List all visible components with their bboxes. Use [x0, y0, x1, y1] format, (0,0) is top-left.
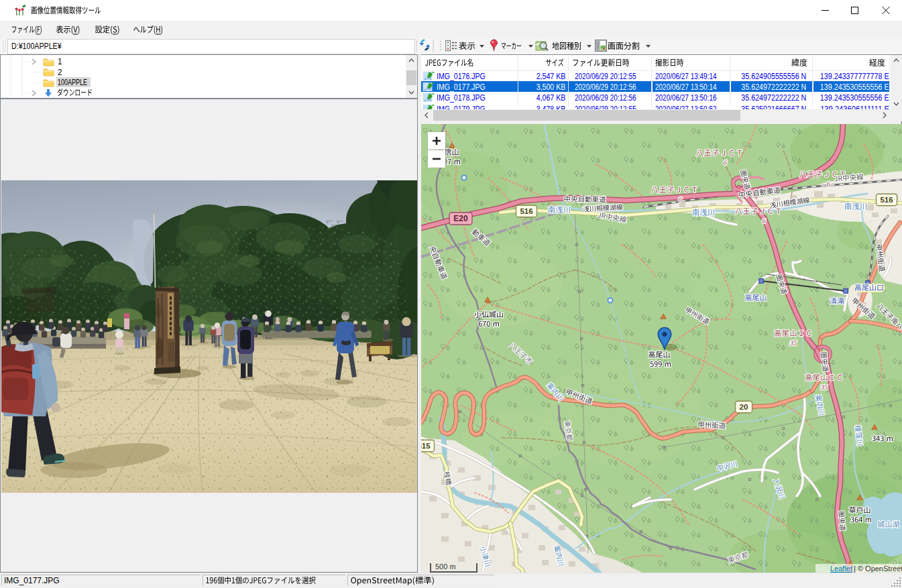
svg-text:E20: E20	[453, 214, 468, 223]
svg-text:515: 515	[421, 442, 431, 450]
svg-text:500 m: 500 m	[435, 563, 456, 571]
svg-text:516: 516	[880, 196, 893, 204]
svg-text:516: 516	[520, 207, 532, 215]
svg-text:Leaflet: Leaflet	[830, 565, 852, 573]
svg-text:20: 20	[740, 403, 748, 411]
svg-text:| © OpenStreetMap: | © OpenStreetMap	[854, 565, 902, 573]
